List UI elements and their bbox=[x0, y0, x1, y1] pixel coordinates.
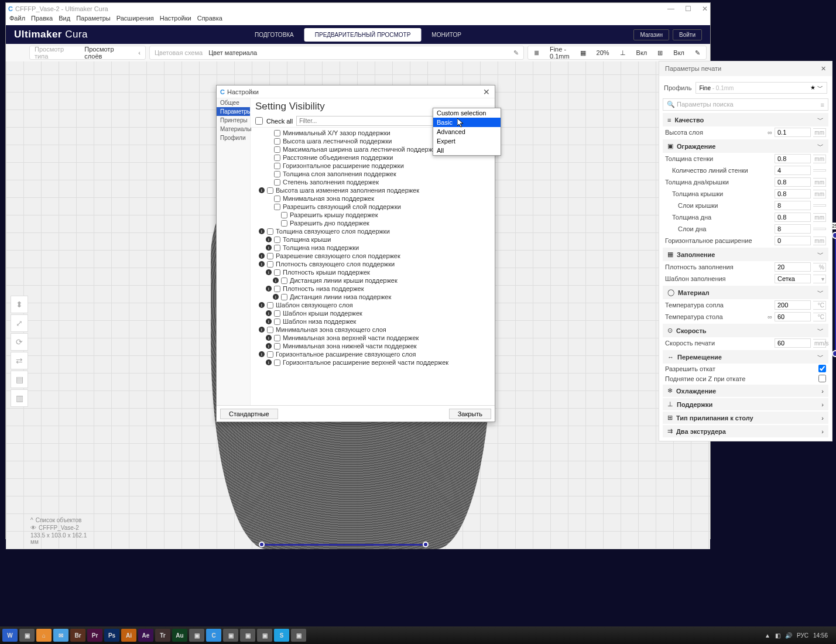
visibility-item[interactable]: iПлотность низа поддержек bbox=[255, 285, 495, 293]
tab-preview[interactable]: ПРЕДВАРИТЕЛЬНЫЙ ПРОСМОТР bbox=[304, 28, 422, 42]
tool-move[interactable]: ⬍ bbox=[11, 296, 28, 313]
setting-value[interactable]: 0.1 bbox=[775, 128, 811, 137]
setting-checkbox[interactable] bbox=[818, 375, 826, 382]
setting-value[interactable]: 60 bbox=[775, 312, 811, 321]
visibility-item[interactable]: iШаблон низа поддержек bbox=[255, 317, 495, 326]
tool-scale[interactable]: ⤢ bbox=[11, 314, 28, 332]
settings-section[interactable]: ▦Заполнение﹀ bbox=[663, 248, 828, 261]
view-type-selector[interactable]: Просмотр типа Просмотр слоёв ‹ bbox=[29, 46, 146, 60]
preset-custom[interactable]: Custom selection bbox=[433, 108, 501, 118]
tool-permodel[interactable]: ▤ bbox=[11, 371, 28, 388]
nav-materials[interactable]: Материалы bbox=[217, 125, 250, 133]
check-all-checkbox[interactable] bbox=[255, 117, 263, 125]
taskbar-app-icon[interactable]: Pr bbox=[87, 629, 102, 642]
taskbar-app-icon[interactable]: ▣ bbox=[291, 629, 306, 642]
shop-button[interactable]: Магазин bbox=[633, 29, 669, 40]
taskbar-app-icon[interactable]: ✉ bbox=[53, 629, 68, 642]
nav-general[interactable]: Общее bbox=[217, 98, 250, 107]
menu-settings[interactable]: Настройки bbox=[160, 15, 191, 25]
visibility-checkbox[interactable] bbox=[274, 179, 280, 186]
visibility-checkbox[interactable] bbox=[267, 261, 273, 268]
nav-profiles[interactable]: Профили bbox=[217, 133, 250, 142]
visibility-item[interactable]: iРазрешение связующего слоя поддержек bbox=[255, 252, 495, 260]
visibility-item[interactable]: iПлотность крыши поддержек bbox=[255, 268, 495, 276]
taskbar-app-icon[interactable]: ▣ bbox=[240, 629, 255, 642]
tray-item[interactable]: ▲ bbox=[765, 632, 770, 639]
visibility-checkbox[interactable] bbox=[267, 187, 273, 194]
visibility-checkbox[interactable] bbox=[274, 286, 280, 292]
maximize-button[interactable]: ☐ bbox=[685, 5, 691, 13]
layer-horizontal-slider[interactable] bbox=[259, 541, 429, 548]
visibility-item[interactable]: iШаблон связующего слоя bbox=[255, 301, 495, 309]
profile-selector[interactable]: Fine - 0.1mm ★ ﹀ bbox=[695, 82, 828, 94]
color-scheme-selector[interactable]: Цветовая схема Цвет материала ✎ bbox=[149, 46, 524, 60]
visibility-checkbox[interactable] bbox=[274, 359, 280, 366]
visibility-item[interactable]: iДистанция линии крыши поддержек bbox=[255, 276, 495, 285]
visibility-checkbox[interactable] bbox=[267, 302, 273, 309]
visibility-checkbox[interactable] bbox=[274, 318, 280, 325]
visibility-item[interactable]: iШаблон крыши поддержек bbox=[255, 309, 495, 317]
visibility-checkbox[interactable] bbox=[267, 351, 273, 358]
settings-section[interactable]: ◯Материал﹀ bbox=[663, 286, 828, 299]
visibility-checkbox[interactable] bbox=[274, 138, 280, 145]
menu-params[interactable]: Параметры bbox=[76, 15, 111, 25]
close-button[interactable]: ✕ bbox=[702, 5, 708, 13]
link-icon[interactable]: ∞ bbox=[768, 129, 772, 136]
setting-value[interactable]: Сетка bbox=[775, 274, 811, 283]
visibility-checkbox[interactable] bbox=[281, 220, 287, 227]
defaults-button[interactable]: Стандартные bbox=[220, 409, 278, 419]
visibility-item[interactable]: Разрешить связующий слой поддержки bbox=[255, 203, 495, 211]
menu-file[interactable]: Файл bbox=[9, 15, 25, 25]
visibility-checkbox[interactable] bbox=[274, 155, 280, 161]
visibility-item[interactable]: Минимальная зона поддержек bbox=[255, 194, 495, 203]
settings-section[interactable]: ▣Ограждение﹀ bbox=[663, 139, 828, 153]
taskbar-app-icon[interactable]: Au bbox=[172, 629, 187, 642]
taskbar-app-icon[interactable]: ▣ bbox=[189, 629, 204, 642]
close-icon[interactable]: ✕ bbox=[821, 65, 826, 73]
taskbar-app-icon[interactable]: Ps bbox=[104, 629, 119, 642]
visibility-checkbox[interactable] bbox=[274, 130, 280, 136]
visibility-item[interactable]: Разрешить дно поддержек bbox=[255, 219, 495, 227]
tab-monitor[interactable]: МОНИТОР bbox=[421, 28, 472, 42]
menu-extensions[interactable]: Расширения bbox=[117, 15, 154, 25]
tool-support[interactable]: ▥ bbox=[11, 389, 28, 407]
visibility-item[interactable]: iГоризонтальное расширение верхней части… bbox=[255, 358, 495, 366]
setting-value[interactable]: 4 bbox=[775, 166, 811, 175]
visibility-checkbox[interactable] bbox=[267, 228, 273, 235]
preset-expert[interactable]: Expert bbox=[433, 136, 501, 146]
visibility-checkbox[interactable] bbox=[274, 335, 280, 341]
settings-section[interactable]: ⊥Поддержки› bbox=[663, 398, 828, 410]
tool-mirror[interactable]: ⇄ bbox=[11, 352, 28, 369]
print-summary-bar[interactable]: ≣ Fine - 0.1mm ▦ 20% ⊥ Вкл ⊞ Вкл ✎ bbox=[527, 46, 707, 60]
visibility-item[interactable]: iПлотность связующего слоя поддержки bbox=[255, 260, 495, 268]
visibility-checkbox[interactable] bbox=[267, 253, 273, 259]
tab-prepare[interactable]: ПОДГОТОВКА bbox=[244, 28, 304, 42]
taskbar-app-icon[interactable]: W bbox=[2, 629, 18, 642]
visibility-item[interactable]: iМинимальная зона связующего слоя bbox=[255, 326, 495, 334]
visibility-checkbox[interactable] bbox=[281, 212, 287, 218]
login-button[interactable]: Войти bbox=[673, 29, 702, 40]
settings-search[interactable]: 🔍 Параметры поиска ≡ bbox=[663, 98, 828, 111]
menu-view[interactable]: Вид bbox=[59, 15, 70, 25]
pencil-icon[interactable]: ✎ bbox=[513, 49, 519, 57]
setting-value[interactable]: 20 bbox=[775, 262, 811, 272]
visibility-checkbox[interactable] bbox=[281, 278, 287, 284]
taskbar-app-icon[interactable]: ▣ bbox=[223, 629, 238, 642]
settings-section[interactable]: ⊙Скорость﹀ bbox=[663, 324, 828, 337]
visibility-item[interactable]: Горизонтальное расширение поддержки bbox=[255, 162, 495, 170]
visibility-checkbox[interactable] bbox=[274, 196, 280, 202]
tray-item[interactable]: 14:56 bbox=[813, 632, 828, 639]
menu-help[interactable]: Справка bbox=[197, 15, 222, 25]
visibility-item[interactable]: Степень заполнения поддержек bbox=[255, 178, 495, 186]
setting-value[interactable]: 0.8 bbox=[775, 177, 811, 187]
taskbar-app-icon[interactable]: Br bbox=[70, 629, 85, 642]
setting-value[interactable]: 200 bbox=[775, 300, 811, 310]
minimize-button[interactable]: — bbox=[667, 5, 674, 13]
settings-section[interactable]: ↔Перемещение﹀ bbox=[663, 350, 828, 364]
setting-value[interactable]: 0.8 bbox=[775, 154, 811, 163]
taskbar-app-icon[interactable]: Ae bbox=[138, 629, 153, 642]
taskbar-app-icon[interactable]: Tr bbox=[155, 629, 170, 642]
visibility-checkbox[interactable] bbox=[274, 237, 280, 243]
taskbar-app-icon[interactable]: Ai bbox=[121, 629, 136, 642]
visibility-item[interactable]: iМинимальная зона верхней части поддерже… bbox=[255, 334, 495, 342]
